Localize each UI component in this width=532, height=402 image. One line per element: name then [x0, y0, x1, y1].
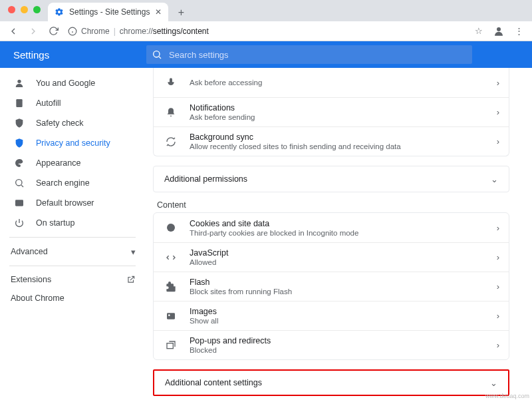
- menu-icon[interactable]: ⋮: [511, 23, 527, 39]
- puzzle-icon: [164, 282, 178, 292]
- profile-icon[interactable]: [491, 23, 507, 39]
- close-window[interactable]: [8, 6, 15, 13]
- bookmark-icon[interactable]: ☆: [471, 23, 487, 39]
- sidebar-item-default-browser[interactable]: Default browser: [0, 193, 145, 213]
- row-subtitle: Allow recently closed sites to finish se…: [190, 142, 485, 150]
- chevron-right-icon: ›: [497, 340, 499, 350]
- window-controls: [8, 6, 41, 13]
- sidebar-item-search[interactable]: Search engine: [0, 173, 145, 193]
- row-microphone[interactable]: Ask before accessing ›: [154, 68, 509, 97]
- row-notifications[interactable]: NotificationsAsk before sending ›: [154, 97, 509, 126]
- open-in-new-icon: [126, 275, 136, 284]
- search-settings[interactable]: [146, 45, 472, 64]
- chevron-down-icon: ⌄: [491, 174, 498, 184]
- additional-content-settings[interactable]: Additional content settings ⌄: [153, 369, 509, 396]
- content-card: Cookies and site dataThird-party cookies…: [153, 212, 509, 360]
- info-icon: [68, 27, 77, 36]
- row-title: Cookies and site data: [190, 219, 485, 228]
- content-heading: Content: [153, 192, 509, 212]
- additional-permissions-label: Additional permissions: [164, 174, 247, 184]
- row-subtitle: Ask before sending: [190, 113, 485, 121]
- row-flash[interactable]: FlashBlock sites from running Flash ›: [154, 272, 509, 301]
- new-tab-button[interactable]: +: [172, 4, 190, 21]
- palette-icon: [13, 158, 25, 168]
- minimize-window[interactable]: [21, 6, 28, 13]
- chevron-right-icon: ›: [497, 223, 499, 233]
- row-cookies[interactable]: Cookies and site dataThird-party cookies…: [154, 213, 509, 242]
- cookie-icon: [164, 222, 178, 233]
- row-javascript[interactable]: JavaScriptAllowed ›: [154, 242, 509, 272]
- assignment-icon: [13, 98, 25, 108]
- sidebar-item-safety[interactable]: Safety check: [0, 113, 145, 133]
- chevron-right-icon: ›: [497, 282, 499, 292]
- chevron-right-icon: ›: [497, 107, 499, 117]
- row-subtitle: Ask before accessing: [190, 79, 485, 87]
- svg-point-12: [167, 224, 175, 232]
- image-icon: [164, 311, 178, 321]
- row-title: Flash: [190, 278, 485, 287]
- search-input[interactable]: [169, 50, 467, 60]
- row-background-sync[interactable]: Background syncAllow recently closed sit…: [154, 126, 509, 156]
- power-icon: [13, 218, 25, 228]
- svg-rect-10: [15, 200, 23, 206]
- svg-point-8: [16, 180, 22, 186]
- sync-icon: [164, 136, 178, 147]
- sidebar-extensions[interactable]: Extensions: [0, 270, 145, 289]
- svg-point-14: [168, 314, 170, 316]
- url-path: settings/content: [153, 27, 209, 36]
- chevron-right-icon: ›: [497, 311, 499, 321]
- row-subtitle: Show all: [190, 317, 485, 325]
- sidebar-label: You and Google: [36, 79, 95, 88]
- svg-point-6: [17, 80, 21, 83]
- additional-content-label: Additional content settings: [165, 378, 262, 387]
- back-button[interactable]: [5, 23, 21, 39]
- forward-button: [25, 23, 41, 39]
- gear-icon: [55, 7, 64, 17]
- sidebar-label: Appearance: [36, 158, 80, 168]
- row-title: JavaScript: [190, 248, 485, 258]
- sidebar-item-autofill[interactable]: Autofill: [0, 93, 145, 113]
- mic-icon: [164, 77, 178, 88]
- bell-icon: [164, 107, 178, 118]
- sidebar-advanced[interactable]: Advanced ▾: [0, 242, 145, 262]
- watermark: www.deuaq.com: [485, 393, 529, 399]
- person-icon: [13, 78, 25, 89]
- close-tab-icon[interactable]: ✕: [155, 7, 162, 17]
- search-icon: [152, 49, 162, 60]
- reload-button[interactable]: [45, 23, 61, 39]
- permissions-card: Ask before accessing › NotificationsAsk …: [153, 68, 509, 156]
- sidebar-label: Default browser: [36, 198, 94, 208]
- additional-permissions[interactable]: Additional permissions ⌄: [153, 166, 509, 192]
- sidebar-item-privacy[interactable]: Privacy and security: [0, 133, 145, 153]
- row-subtitle: Block sites from running Flash: [190, 288, 485, 296]
- tab-strip: Settings - Site Settings ✕ +: [0, 0, 532, 21]
- sidebar-about[interactable]: About Chrome: [0, 289, 145, 307]
- row-title: Pop-ups and redirects: [190, 336, 485, 345]
- row-images[interactable]: ImagesShow all ›: [154, 301, 509, 330]
- svg-point-3: [497, 27, 501, 31]
- svg-rect-13: [167, 313, 175, 319]
- url-prefix: chrome://: [120, 27, 153, 36]
- row-popups[interactable]: Pop-ups and redirectsBlocked ›: [154, 330, 509, 359]
- address-bar[interactable]: Chrome | chrome://settings/content: [65, 24, 467, 39]
- row-title: Images: [190, 307, 485, 316]
- omnibox-scheme: Chrome: [81, 27, 110, 36]
- sidebar-label: Autofill: [36, 99, 61, 108]
- browser-tab[interactable]: Settings - Site Settings ✕: [48, 3, 168, 21]
- svg-line-9: [21, 185, 23, 187]
- sidebar-item-startup[interactable]: On startup: [0, 213, 145, 233]
- verified-icon: [13, 118, 25, 128]
- sidebar-item-appearance[interactable]: Appearance: [0, 153, 145, 173]
- maximize-window[interactable]: [33, 6, 41, 13]
- row-title: Notifications: [190, 103, 485, 112]
- svg-rect-15: [167, 343, 173, 348]
- shield-icon: [13, 138, 25, 148]
- chevron-right-icon: ›: [497, 252, 499, 262]
- sidebar-label: On startup: [36, 218, 74, 228]
- advanced-label: Advanced: [11, 247, 48, 256]
- sidebar: You and Google Autofill Safety check Pri…: [0, 68, 145, 402]
- sidebar-label: Privacy and security: [36, 138, 110, 148]
- sidebar-label: Safety check: [36, 118, 84, 128]
- sidebar-label: Search engine: [36, 178, 90, 188]
- sidebar-item-you[interactable]: You and Google: [0, 73, 145, 93]
